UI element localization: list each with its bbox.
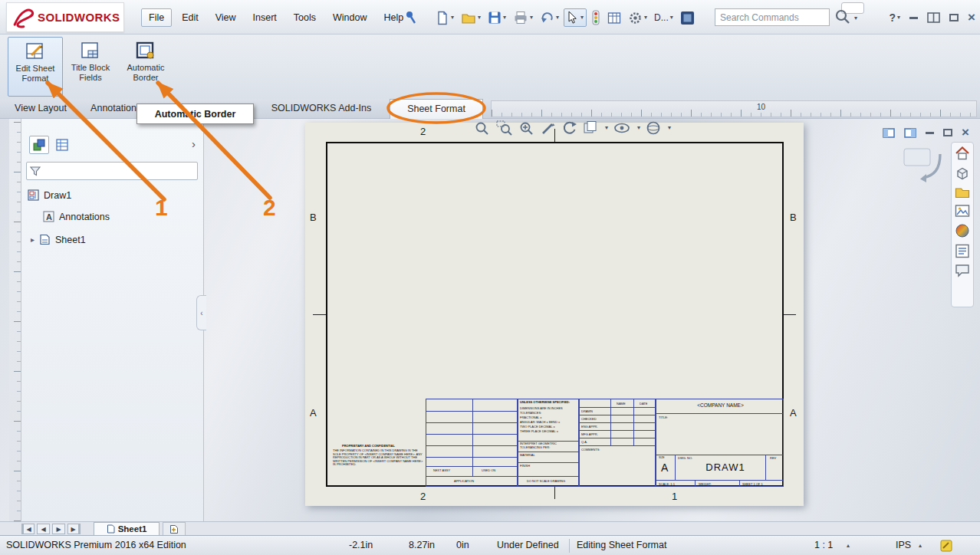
search-icon[interactable] — [834, 8, 851, 25]
forum-chat-icon[interactable] — [955, 264, 970, 278]
search-input[interactable] — [715, 8, 830, 26]
title-block-fields-icon — [81, 41, 100, 61]
last-sheet-button[interactable]: ▶ — [67, 524, 81, 534]
view-settings-sphere-icon[interactable] — [646, 120, 661, 136]
tile-windows-button[interactable] — [927, 12, 940, 23]
caret-up-icon[interactable]: ▴ — [847, 543, 850, 549]
menu-tools[interactable]: Tools — [287, 9, 323, 26]
caret-down-icon[interactable]: ▾ — [670, 15, 673, 21]
command-dark-icon[interactable] — [678, 9, 697, 27]
rotate-view-icon[interactable] — [561, 120, 577, 136]
tree-item-label: Sheet1 — [55, 235, 86, 245]
design-library-icon[interactable] — [955, 166, 970, 180]
edit-sheet-format-button[interactable]: Edit Sheet Format — [8, 37, 63, 97]
doc-pane-left-icon[interactable] — [883, 128, 895, 138]
sheet-scale-selector[interactable]: 1 : 1 — [814, 536, 833, 555]
title-block-fields-button[interactable]: Title Block Fields — [66, 37, 115, 97]
add-sheet-button[interactable] — [163, 522, 186, 536]
next-sheet-button[interactable]: ▶ — [52, 524, 65, 534]
maximize-button[interactable] — [949, 14, 959, 21]
tab-solidworks-add-ins[interactable]: SOLIDWORKS Add-Ins — [259, 99, 383, 119]
tree-item-draw1[interactable]: Draw1 — [28, 189, 71, 201]
undo-button[interactable]: ▾ — [538, 9, 561, 26]
help-button[interactable]: ? ▾ — [889, 11, 900, 24]
drawing-sheet[interactable]: 2 2 1 B A B A PROPRIETARY AND CONFIDENTI… — [305, 123, 804, 506]
traffic-light-icon[interactable] — [589, 8, 603, 27]
previous-sheet-button[interactable]: ◀ — [37, 524, 50, 534]
solidworks-logo: SOLIDWORKS — [6, 2, 124, 32]
search-caret-icon[interactable]: ▾ — [854, 15, 857, 21]
caret-down-icon[interactable]: ▾ — [580, 15, 584, 21]
caret-down-icon[interactable]: ▾ — [478, 15, 481, 21]
menu-edit[interactable]: Edit — [175, 9, 206, 26]
caret-down-icon[interactable]: ▾ — [668, 125, 671, 131]
caret-down-icon[interactable]: ▾ — [605, 125, 608, 131]
caret-up-icon[interactable]: ▴ — [919, 543, 922, 549]
graphics-area[interactable]: ▾ ▾ ▾ × 2 2 1 B A B A — [204, 119, 980, 521]
tags-note-icon[interactable] — [940, 540, 952, 552]
open-document-button[interactable]: ▾ — [459, 9, 483, 26]
pencil-icon[interactable] — [541, 120, 556, 136]
doc-minimize-button[interactable] — [926, 132, 934, 134]
toolbar-overflow-button[interactable]: D... ▾ — [652, 11, 676, 25]
print-button[interactable]: ▾ — [511, 9, 535, 26]
zone-tick — [554, 487, 555, 499]
close-button[interactable]: × — [968, 10, 975, 25]
caret-down-icon[interactable]: ▾ — [644, 15, 647, 21]
constraint-state: Under Defined — [497, 536, 559, 555]
doc-pane-right-icon[interactable] — [904, 128, 916, 138]
doc-restore-button[interactable] — [943, 129, 952, 136]
doc-close-button[interactable]: × — [962, 125, 969, 140]
select-tool-button[interactable]: ▾ — [564, 8, 587, 27]
display-manager-tab[interactable] — [52, 136, 72, 154]
zoom-area-icon[interactable] — [496, 120, 513, 136]
panel-collapse-handle[interactable]: ‹ — [196, 295, 206, 330]
file-explorer-icon[interactable] — [955, 186, 970, 199]
tree-item-sheet1[interactable]: ▸ Sheet1 — [31, 234, 86, 245]
home-resources-icon[interactable] — [955, 146, 970, 160]
menu-file[interactable]: File — [141, 8, 172, 27]
zoom-in-out-icon[interactable] — [518, 120, 535, 136]
new-document-button[interactable]: ▾ — [433, 9, 456, 27]
custom-properties-icon[interactable] — [955, 244, 970, 258]
size-value: A — [661, 461, 668, 474]
minimize-button[interactable] — [909, 17, 918, 19]
caret-down-icon[interactable]: ▾ — [556, 15, 559, 21]
tab-sheet-format[interactable]: Sheet Format — [390, 99, 483, 119]
proprietary-note: PROPRIETARY AND CONFIDENTIAL THE INFORMA… — [331, 443, 426, 487]
menu-view[interactable]: View — [209, 9, 243, 26]
sheet-tab-bar: ◀ ◀ ▶ ▶ Sheet1 — [0, 521, 980, 535]
save-button[interactable]: ▾ — [485, 9, 508, 26]
zoom-fit-icon[interactable] — [474, 120, 491, 136]
caret-down-icon[interactable]: ▾ — [897, 15, 900, 21]
scale-label: SCALE: 1:1 — [659, 482, 675, 486]
pin-menubar-icon[interactable] — [405, 10, 417, 24]
panel-chevron-icon[interactable]: › — [192, 137, 196, 150]
units-selector[interactable]: IPS — [896, 536, 911, 555]
hide-show-items-eye-icon[interactable] — [613, 120, 630, 136]
expander-icon[interactable]: ▸ — [31, 235, 35, 244]
table-columns-icon[interactable] — [605, 10, 623, 26]
menu-insert[interactable]: Insert — [246, 9, 284, 26]
caret-down-icon[interactable]: ▾ — [530, 15, 533, 21]
task-pane-strip — [951, 142, 974, 307]
sheet1-tab[interactable]: Sheet1 — [94, 522, 159, 536]
filter-funnel-icon — [30, 166, 41, 176]
tree-item-annotations[interactable]: A Annotations — [43, 211, 110, 222]
caret-down-icon[interactable]: ▾ — [451, 15, 454, 21]
automatic-border-button[interactable]: Automatic Border — [118, 37, 173, 97]
options-gear-button[interactable]: ▾ — [626, 9, 649, 27]
caret-down-icon[interactable]: ▾ — [637, 125, 640, 131]
view-palette-icon[interactable] — [955, 204, 970, 218]
menu-window[interactable]: Window — [326, 9, 373, 26]
automatic-border-icon — [136, 41, 156, 61]
first-sheet-button[interactable]: ◀ — [21, 524, 35, 534]
display-style-icon[interactable] — [583, 120, 598, 136]
feature-manager-tab[interactable] — [29, 136, 49, 154]
appearances-icon[interactable] — [955, 223, 970, 238]
caret-down-icon[interactable]: ▾ — [503, 15, 506, 21]
annotations-icon: A — [43, 211, 54, 222]
rev-label: REV — [770, 456, 776, 460]
tree-filter-box[interactable] — [26, 162, 198, 180]
tab-view-layout[interactable]: View Layout — [2, 99, 80, 119]
